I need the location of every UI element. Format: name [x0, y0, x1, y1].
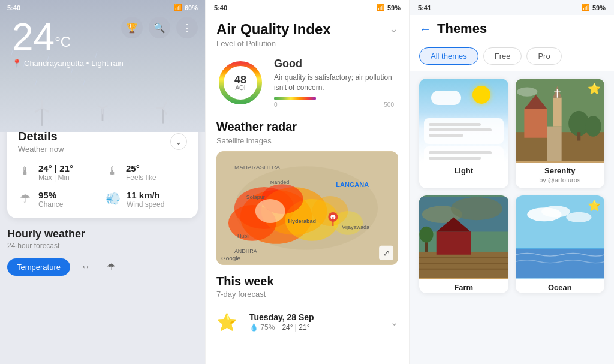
- status-time-p1: 5:40: [7, 4, 20, 11]
- filter-pro[interactable]: Pro: [526, 47, 561, 65]
- rain-drop: [35, 78, 37, 85]
- temp-value: 24°C: [12, 18, 124, 56]
- svg-rect-30: [524, 109, 547, 138]
- sun-decoration: [472, 86, 490, 104]
- details-header: Details Weather now ⌄: [18, 130, 187, 154]
- forecast-date-1: Tuesday, 28 Sep: [249, 312, 314, 322]
- stat-feels-group: 25° Feels like: [126, 163, 156, 182]
- status-bar-panel2: 5:40 📶 59%: [206, 0, 409, 15]
- theme-filter-row: All themes Free Pro: [410, 41, 614, 71]
- battery-p1: 60%: [185, 4, 198, 11]
- svg-text:Hubli: Hubli: [237, 233, 249, 239]
- details-expand-button[interactable]: ⌄: [170, 133, 187, 150]
- theme-author-serenity: by @artofuros: [516, 176, 605, 188]
- forecast-icon-1: ⭐: [216, 312, 237, 332]
- status-time-p2: 5:40: [214, 4, 227, 11]
- forecast-row-1[interactable]: ⭐ Tuesday, 28 Sep 💧 75% 24° | 21° ⌄: [216, 305, 398, 339]
- svg-text:Solapur: Solapur: [246, 194, 265, 200]
- back-button[interactable]: ←: [419, 22, 431, 36]
- rain-pct-1: 💧 75%: [249, 323, 275, 332]
- stat-wind: 💨 11 km/h Wind speed: [106, 190, 187, 209]
- preview-line: [429, 134, 463, 137]
- theme-name-serenity: Serenity: [516, 163, 605, 176]
- theme-card-serenity[interactable]: ⭐: [516, 79, 605, 188]
- light-preview-content: [419, 110, 508, 163]
- wind-tab-icon[interactable]: ↔: [76, 257, 95, 276]
- wind-icon: 💨: [106, 191, 121, 206]
- forecast-expand-1[interactable]: ⌄: [390, 317, 398, 328]
- radar-title: Weather radar: [216, 120, 398, 134]
- stat-feels-value: 25°: [126, 163, 156, 173]
- svg-text:MAHARASHTRA: MAHARASHTRA: [234, 164, 281, 170]
- filter-free[interactable]: Free: [483, 47, 522, 65]
- weather-background: 5:40 📶 60% 24°C 📍 Chandrayangutta • Ligh…: [0, 0, 205, 132]
- details-card: Details Weather now ⌄ 🌡 24° | 21° Max | …: [7, 120, 198, 218]
- light-preview-card: [424, 118, 504, 144]
- theme-preview-serenity: ⭐: [516, 79, 605, 163]
- rain-tab-icon[interactable]: ☂: [101, 257, 121, 276]
- svg-text:Hyderabad: Hyderabad: [288, 218, 316, 224]
- windmill-head-1: [35, 92, 49, 107]
- windmill-2: [98, 97, 108, 121]
- windmills-decoration: [0, 92, 205, 126]
- theme-card-farm[interactable]: Farm: [419, 195, 508, 293]
- svg-point-56: [566, 212, 591, 222]
- rain-icon: ☂: [18, 191, 32, 206]
- blade: [97, 105, 103, 109]
- aqi-subtitle: Level of Pollution: [216, 39, 331, 48]
- svg-point-39: [516, 87, 537, 96]
- panel2-content: Air Quality Index Level of Pollution ⌄: [206, 15, 409, 339]
- theme-preview-ocean: ⭐: [516, 195, 605, 279]
- aqi-description: Air quality is satisfactory; air polluti…: [274, 73, 394, 93]
- themes-title: Themes: [437, 21, 487, 37]
- status-icons-p3: 📶 59%: [582, 4, 606, 11]
- svg-point-44: [451, 197, 502, 220]
- theme-card-ocean[interactable]: ⭐ Ocean: [516, 195, 605, 293]
- temperature-tab[interactable]: Temperature: [7, 258, 70, 276]
- stat-temperature: 🌡 24° | 21° Max | Min: [18, 163, 100, 182]
- temp-unit: °C: [55, 34, 71, 50]
- feels-like-icon: 🌡: [106, 164, 120, 178]
- svg-point-12: [255, 199, 285, 223]
- radar-section: Weather radar Satellite images: [216, 120, 398, 265]
- thisweek-title: This week: [216, 275, 398, 288]
- temp-number: 24: [12, 16, 55, 59]
- filter-all-themes[interactable]: All themes: [419, 47, 478, 65]
- aqi-quality: Good: [274, 58, 394, 70]
- windmill-1: [35, 92, 49, 126]
- cloud-decoration: [431, 91, 461, 105]
- location-text: Chandrayangutta: [24, 59, 84, 68]
- aqi-expand-button[interactable]: ⌄: [389, 22, 398, 35]
- windmill-3: [156, 95, 168, 124]
- svg-point-11: [333, 211, 363, 235]
- svg-text:Nanded: Nanded: [270, 179, 289, 185]
- search-button[interactable]: 🔍: [149, 17, 170, 38]
- preview-line: [429, 123, 481, 126]
- stat-feels-label: Feels like: [126, 173, 156, 182]
- preview-line: [429, 151, 492, 154]
- aqi-number: 48 AQI: [234, 74, 246, 91]
- weather-condition: Light rain: [91, 59, 123, 68]
- radar-map[interactable]: MAHARASHTRA LANGANA Solapur Nanded Hyder…: [216, 151, 398, 265]
- theme-card-light[interactable]: Light: [419, 79, 508, 188]
- svg-rect-32: [553, 98, 561, 127]
- themes-grid: Light ⭐: [410, 71, 614, 300]
- stat-feels-like: 🌡 25° Feels like: [106, 163, 187, 182]
- forecast-item-1: ⭐ Tuesday, 28 Sep 💧 75% 24° | 21°: [216, 312, 314, 332]
- trophy-button[interactable]: 🏆: [121, 17, 143, 38]
- thermometer-icon: 🌡: [18, 164, 32, 178]
- battery-p2: 59%: [387, 4, 401, 11]
- radar-svg: MAHARASHTRA LANGANA Solapur Nanded Hyder…: [216, 151, 398, 265]
- aqi-gauge-row: 48 AQI Good Air quality is satisfactory;…: [216, 58, 398, 108]
- hourly-subtitle: 24-hour forecast: [7, 242, 198, 250]
- signal-icon-p3: 📶: [582, 4, 590, 11]
- aqi-title-group: Air Quality Index Level of Pollution: [216, 15, 331, 58]
- windmill-pole: [41, 108, 43, 126]
- stat-wind-label: Wind speed: [127, 200, 164, 209]
- aqi-info: Good Air quality is satisfactory; air po…: [274, 58, 394, 108]
- stat-rain-chance: ☂ 95% Chance: [18, 190, 100, 209]
- menu-button[interactable]: ⋮: [176, 17, 198, 38]
- status-icons-p2: 📶 59%: [377, 4, 401, 11]
- preview-line: [429, 157, 481, 160]
- aqi-title: Air Quality Index: [216, 21, 331, 38]
